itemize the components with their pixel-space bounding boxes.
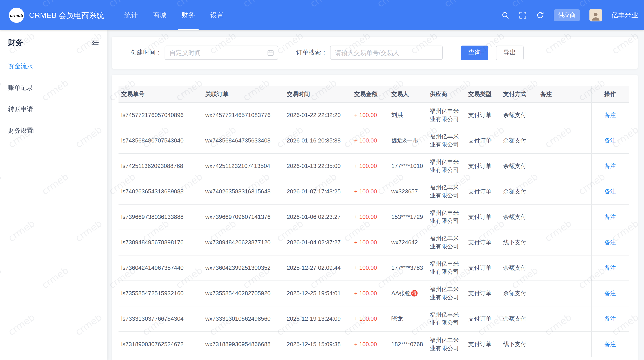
date-range-input[interactable]: [164, 45, 278, 60]
table-row: ls743568480707543040 wx74356846473563340…: [118, 128, 629, 154]
column-header: 交易时间: [284, 86, 352, 103]
user-avatar[interactable]: [590, 9, 602, 21]
sidebar-item[interactable]: 资金流水: [0, 56, 107, 77]
cell-order-no: wx736042399251300352: [202, 255, 284, 281]
cell-supplier: 福州亿丰米业有限公司: [427, 103, 466, 128]
cell-amount: + 100.00: [352, 103, 389, 128]
remark-link[interactable]: 备注: [604, 264, 616, 271]
cell-action: 备注: [591, 154, 629, 179]
column-header: 支付方式: [500, 86, 538, 103]
column-header: 关联订单: [202, 86, 284, 103]
cell-amount: + 100.00: [352, 230, 389, 255]
cell-remark: [538, 204, 591, 230]
cell-amount: + 100.00: [352, 255, 389, 281]
search-icon[interactable]: [501, 11, 510, 19]
remark-link[interactable]: 备注: [604, 163, 616, 169]
cell-trade-no: ls742511362093088768: [118, 154, 202, 179]
cell-type: 支付订单: [466, 255, 500, 281]
cell-trade-no: ls743568480707543040: [118, 128, 202, 154]
main-content: 创建时间： 订单搜索： 查询 导出 交易单号 关联订单: [107, 30, 644, 360]
nav-tab[interactable]: 设置: [206, 0, 227, 30]
top-header: crmeb CRMEB 会员电商系统 统计 商城 财务 设置 供应商 亿丰米业: [0, 0, 644, 30]
cell-remark: [538, 281, 591, 306]
cell-time: 2026-01-16 20:35:38: [284, 128, 352, 154]
cell-amount: + 100.00: [352, 179, 389, 204]
header-actions: 供应商 亿丰米业: [501, 9, 644, 21]
cell-pay-method: 余额支付: [500, 306, 538, 332]
cell-action: 备注: [591, 128, 629, 154]
remark-link[interactable]: 备注: [604, 315, 616, 322]
cell-order-no: wx742511232107413504: [202, 154, 284, 179]
cell-order-no: wx738948426623877120: [202, 230, 284, 255]
cell-remark: [538, 332, 591, 357]
column-header: 交易类型: [466, 86, 500, 103]
date-range-field: [164, 45, 278, 60]
cell-pay-method: 余额支付: [500, 204, 538, 230]
cell-remark: [538, 179, 591, 204]
nav-tab[interactable]: 统计: [121, 0, 141, 30]
sidebar-item[interactable]: 转账申请: [0, 99, 107, 120]
cell-supplier: 福州亿丰米业有限公司: [427, 154, 466, 179]
cell-order-no: wx733313010562498560: [202, 306, 284, 332]
menu-fold-icon[interactable]: [91, 38, 99, 46]
refresh-icon[interactable]: [536, 11, 544, 19]
export-button[interactable]: 导出: [496, 45, 524, 60]
remark-link[interactable]: 备注: [604, 239, 616, 246]
cell-order-no: wx735585440282705920: [202, 281, 284, 306]
table-row: ls739669738036133888 wx73966970960714137…: [118, 204, 629, 230]
cell-order-no: wx731889930954866688: [202, 332, 284, 357]
cell-trader: 182****0768: [389, 332, 427, 357]
column-header: 备注: [538, 86, 591, 103]
cell-supplier: 福州亿丰米业有限公司: [427, 179, 466, 204]
cell-trade-no: ls735585472515932160: [118, 281, 202, 306]
cell-pay-method: 余额支付: [500, 255, 538, 281]
cell-trade-no: ls733313037766754304: [118, 306, 202, 332]
cell-amount: + 100.00: [352, 306, 389, 332]
cell-action: 备注: [591, 332, 629, 357]
remark-link[interactable]: 备注: [604, 341, 616, 348]
remark-link[interactable]: 备注: [604, 137, 616, 144]
cell-type: 支付订单: [466, 230, 500, 255]
sidebar-item[interactable]: 账单记录: [0, 77, 107, 99]
column-header: 交易人: [389, 86, 427, 103]
query-button[interactable]: 查询: [461, 45, 488, 60]
cell-type: 支付订单: [466, 332, 500, 357]
remark-link[interactable]: 备注: [604, 112, 616, 118]
order-search-input[interactable]: [330, 45, 443, 60]
cell-action: 备注: [591, 306, 629, 332]
cell-trade-no: ls731890030762524672: [118, 332, 202, 357]
sidebar-menu: 资金流水 账单记录 转账申请 财务设置: [0, 56, 107, 142]
cell-amount: + 100.00: [352, 154, 389, 179]
supplier-badge[interactable]: 供应商: [554, 9, 580, 21]
order-search-label: 订单搜索：: [296, 49, 327, 57]
sidebar-item[interactable]: 财务设置: [0, 120, 107, 142]
fullscreen-icon[interactable]: [519, 11, 527, 19]
logo-icon: crmeb: [9, 7, 24, 23]
order-search-field: [330, 45, 443, 60]
cell-trade-no: ls739669738036133888: [118, 204, 202, 230]
cell-time: 2026-01-07 17:43:25: [284, 179, 352, 204]
cell-time: 2025-12-19 13:24:09: [284, 306, 352, 332]
nav-tab[interactable]: 商城: [149, 0, 170, 30]
cell-trade-no: ls740263654313689088: [118, 179, 202, 204]
cell-type: 支付订单: [466, 306, 500, 332]
cell-order-no: wx745772146571083776: [202, 103, 284, 128]
cell-time: 2026-01-04 02:37:27: [284, 230, 352, 255]
cell-order-no: wx743568464735633408: [202, 128, 284, 154]
cell-type: 支付订单: [466, 103, 500, 128]
username[interactable]: 亿丰米业: [611, 11, 638, 19]
remark-link[interactable]: 备注: [604, 213, 616, 220]
cell-amount: + 100.00: [352, 332, 389, 357]
nav-tab[interactable]: 财务: [178, 0, 198, 30]
transactions-table: 交易单号 关联订单 交易时间 交易金额 交易人 供应商 交易类型 支付方式 备注…: [118, 86, 629, 357]
filter-bar: 创建时间： 订单搜索： 查询 导出: [112, 37, 638, 69]
remark-link[interactable]: 备注: [604, 290, 616, 297]
cell-action: 备注: [591, 281, 629, 306]
remark-link[interactable]: 备注: [604, 188, 616, 195]
table-body: ls745772176057040896 wx74577214657108377…: [118, 103, 629, 357]
cell-amount: + 100.00: [352, 281, 389, 306]
cell-trader: 晓龙: [389, 306, 427, 332]
table-row: ls731890030762524672 wx73188993095486668…: [118, 332, 629, 357]
sidebar-title: 财务: [8, 37, 23, 48]
table-header-row: 交易单号 关联订单 交易时间 交易金额 交易人 供应商 交易类型 支付方式 备注…: [118, 86, 629, 103]
